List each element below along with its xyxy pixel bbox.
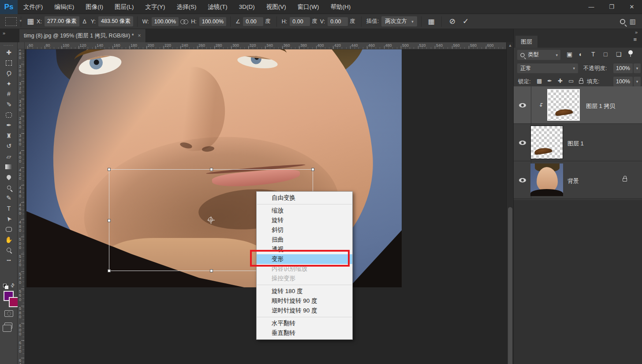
filter-adjustment-icon[interactable]: ◐ [579, 51, 582, 58]
transform-reference-point[interactable] [208, 217, 213, 222]
x-input[interactable]: 277.00 像素 [45, 16, 79, 26]
filter-shape-icon[interactable]: □ [604, 51, 607, 58]
context-menu-item-3[interactable]: 斜切 [257, 225, 352, 235]
reference-point-grid-icon[interactable]: ▦ [27, 17, 34, 26]
opacity-input[interactable]: 100% [613, 63, 633, 73]
delta-icon[interactable]: Δ [83, 19, 86, 25]
context-menu-item-9[interactable]: 旋转 180 度 [257, 286, 352, 296]
screen-mode-button[interactable] [4, 323, 12, 329]
brush-tool[interactable]: ✒ [0, 120, 18, 130]
minimize-button[interactable]: — [581, 0, 601, 14]
menu-item-5[interactable]: 选择(S) [171, 0, 202, 14]
clone-stamp-tool[interactable]: ♜ [0, 131, 18, 141]
fill-input[interactable]: 100% [613, 77, 633, 86]
menu-item-2[interactable]: 图像(I) [80, 0, 109, 14]
h-skew-input[interactable]: 0.00 [290, 17, 310, 26]
context-menu-item-1[interactable]: 缩放 [257, 206, 352, 215]
filter-pixel-icon[interactable]: ▣ [567, 51, 572, 58]
menu-item-1[interactable]: 编辑(E) [49, 0, 80, 14]
document-tab[interactable]: timg (8).jpg @ 195% (图层 1 拷贝, RGB/8#) * … [19, 29, 146, 42]
pen-tool[interactable]: ✎ [0, 193, 18, 203]
context-menu-item-11[interactable]: 逆时针旋转 90 度 [257, 306, 352, 316]
panel-menu-icon[interactable]: ≡ [633, 38, 637, 41]
scrollbar-thumb[interactable] [508, 207, 512, 364]
transform-tool-icon[interactable] [5, 17, 17, 26]
filter-toggle-pin-icon[interactable] [628, 50, 633, 55]
transform-handle-bottom-left[interactable] [108, 269, 111, 272]
h-input[interactable]: 100.00% [199, 17, 226, 26]
context-menu-item-0[interactable]: 自由变换 [257, 193, 352, 203]
menu-item-10[interactable]: 帮助(H) [325, 0, 356, 14]
path-select-tool[interactable]: ➤ [0, 214, 18, 224]
shape-tool[interactable] [0, 224, 18, 234]
healing-brush-tool[interactable] [0, 110, 18, 120]
interpolation-select[interactable]: 两次立方 ▾ [381, 16, 417, 26]
visibility-eye-icon[interactable] [519, 178, 526, 182]
menu-item-4[interactable]: 文字(Y) [140, 0, 171, 14]
warp-mode-toggle-icon[interactable]: ▦ [428, 17, 435, 26]
context-menu-item-13[interactable]: 垂直翻转 [257, 328, 352, 338]
lock-position-icon[interactable]: ✚ [558, 78, 563, 84]
menu-item-6[interactable]: 滤镜(T) [202, 0, 233, 14]
filter-smart-object-icon[interactable]: ❏ [616, 51, 622, 58]
lock-all-icon[interactable] [579, 80, 583, 84]
layer-row-2[interactable]: 背景 [514, 161, 642, 199]
angle-input[interactable]: 0.00 [243, 17, 263, 26]
gradient-tool[interactable] [0, 162, 18, 172]
context-menu-item-10[interactable]: 顺时针旋转 90 度 [257, 296, 352, 306]
visibility-eye-icon[interactable] [519, 103, 526, 108]
context-menu-item-2[interactable]: 旋转 [257, 215, 352, 225]
visibility-eye-icon[interactable] [519, 141, 526, 145]
move-tool[interactable]: ✚ [0, 48, 18, 57]
marquee-tool[interactable] [0, 58, 18, 68]
menu-item-8[interactable]: 视图(V) [261, 0, 292, 14]
blur-tool[interactable] [0, 172, 18, 182]
toolbar-ellipsis[interactable]: ••• [0, 256, 18, 265]
y-input[interactable]: 483.50 像素 [98, 16, 133, 26]
menu-item-3[interactable]: 图层(L) [109, 0, 140, 14]
lock-pixels-icon[interactable]: ✒ [547, 78, 552, 84]
menu-item-9[interactable]: 窗口(W) [292, 0, 325, 14]
transform-handle-top-left[interactable] [108, 168, 111, 171]
context-menu-item-12[interactable]: 水平翻转 [257, 319, 352, 328]
fill-dropdown[interactable]: ▾ [634, 77, 641, 86]
layer-name[interactable]: 图层 1 拷贝 [586, 102, 615, 110]
layer-name[interactable]: 背景 [567, 177, 579, 185]
filter-type-icon[interactable]: T [591, 51, 595, 58]
cancel-transform-button[interactable]: ⊘ [449, 17, 455, 26]
layer-name[interactable]: 图层 1 [567, 140, 584, 148]
zoom-tool[interactable] [0, 245, 18, 255]
crop-tool[interactable]: # [0, 89, 18, 99]
layer-filter-select[interactable]: 类型 ▾ [517, 50, 560, 60]
eyedropper-tool[interactable]: ✐ [0, 100, 18, 109]
ruler-origin-corner[interactable] [18, 42, 25, 49]
search-icon[interactable] [620, 19, 625, 24]
lock-artboard-icon[interactable]: ▭ [568, 78, 574, 84]
layers-panel-tab[interactable]: 图层 [515, 36, 537, 48]
layer-row-0[interactable]: ↴图层 1 拷贝 [514, 86, 642, 124]
transform-handle-top-center[interactable] [210, 168, 213, 171]
quick-mask-button[interactable] [4, 310, 13, 317]
history-brush-tool[interactable]: ↺ [0, 141, 18, 151]
workspace-switcher-icon[interactable]: ▥ [630, 18, 636, 26]
scroll-up-icon[interactable]: ▲ [507, 43, 514, 48]
tab-close-icon[interactable]: × [138, 33, 141, 39]
vertical-scrollbar[interactable]: ▲ [506, 42, 513, 364]
horizontal-ruler[interactable]: 6080100120140160180200220240260280300320… [25, 42, 506, 49]
layer-thumbnail[interactable] [547, 89, 580, 121]
context-menu-item-4[interactable]: 扭曲 [257, 235, 352, 245]
eraser-tool[interactable]: ▱ [0, 152, 18, 161]
magic-wand-tool[interactable]: ✦ [0, 79, 18, 89]
transform-handle-top-right[interactable] [311, 168, 314, 171]
dodge-tool[interactable] [0, 183, 18, 193]
close-button[interactable]: ✕ [622, 0, 642, 14]
toolbar-collapse-chevron-icon[interactable]: » [3, 30, 5, 36]
w-input[interactable]: 100.00% [152, 17, 179, 26]
layer-thumbnail[interactable] [530, 126, 563, 159]
menu-item-7[interactable]: 3D(D) [233, 0, 261, 14]
transform-handle-middle-left[interactable] [108, 219, 111, 222]
lock-transparency-icon[interactable]: ▩ [537, 78, 542, 84]
link-dimensions-icon[interactable] [180, 19, 188, 24]
type-tool[interactable]: T [0, 204, 18, 213]
hand-tool[interactable]: ✋ [0, 235, 18, 245]
